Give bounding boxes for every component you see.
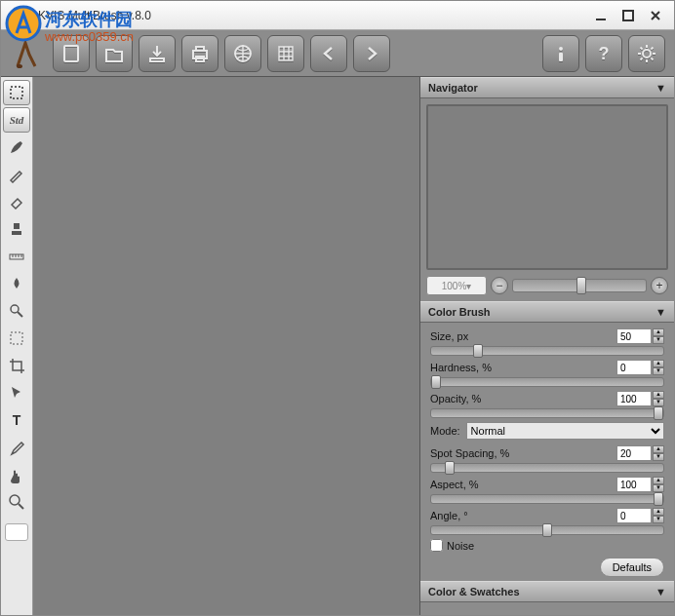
zoom-out-button[interactable]: − (491, 277, 508, 294)
tool-ruler[interactable] (3, 244, 30, 269)
color-swatch[interactable] (5, 523, 28, 541)
zoom-in-button[interactable]: + (651, 277, 668, 294)
tool-magnifier[interactable] (3, 489, 30, 515)
color-brush-title: Color Brush (428, 306, 491, 318)
tool-hand[interactable] (3, 462, 30, 487)
svg-rect-4 (596, 19, 606, 20)
svg-line-33 (19, 504, 23, 509)
minimize-button[interactable] (588, 7, 614, 24)
tool-text[interactable]: T (3, 407, 30, 433)
spin-up[interactable]: ▲ (653, 445, 664, 453)
aspect-slider[interactable] (430, 494, 664, 504)
spacing-label: Spot Spacing, % (430, 447, 509, 459)
hardness-label: Hardness, % (430, 362, 492, 373)
svg-point-12 (559, 47, 563, 51)
hardness-slider[interactable] (430, 377, 664, 387)
color-brush-header[interactable]: Color Brush ▼ (420, 301, 674, 323)
prev-button[interactable] (310, 35, 347, 72)
size-input[interactable] (616, 328, 652, 344)
save-button[interactable] (139, 35, 176, 72)
size-slider[interactable] (430, 346, 664, 356)
spin-up[interactable]: ▲ (653, 508, 664, 516)
grid-button[interactable] (267, 35, 304, 72)
tool-droplet[interactable] (3, 271, 30, 296)
svg-point-6 (17, 64, 22, 68)
panels-area: Navigator ▼ 100% ▾ − + Color Brush ▼ Siz… (420, 77, 674, 615)
spin-up[interactable]: ▲ (653, 391, 664, 399)
collapse-icon[interactable]: ▼ (655, 586, 666, 597)
app-icon (7, 7, 24, 24)
svg-point-28 (11, 305, 19, 313)
collapse-icon[interactable]: ▼ (655, 306, 666, 318)
svg-rect-13 (559, 53, 563, 61)
opacity-label: Opacity, % (430, 393, 481, 404)
tool-selection[interactable] (3, 80, 30, 105)
tool-brush[interactable] (3, 135, 30, 160)
svg-text:T: T (13, 412, 21, 428)
print-button[interactable] (181, 35, 218, 72)
titlebar: AKVIS MultiBrush v.8.0 (1, 1, 674, 30)
spin-down[interactable]: ▼ (653, 484, 664, 492)
tool-stamp[interactable] (3, 216, 30, 242)
maximize-button[interactable] (615, 7, 641, 24)
canvas-area[interactable] (33, 77, 420, 615)
svg-rect-7 (64, 46, 78, 61)
info-button[interactable] (542, 35, 579, 72)
swatches-title: Color & Swatches (428, 586, 520, 597)
tool-sidebar: Std T (1, 77, 33, 615)
close-button[interactable] (643, 7, 668, 24)
spin-up[interactable]: ▲ (653, 360, 664, 367)
angle-input[interactable] (616, 508, 652, 523)
tool-eyedropper[interactable] (3, 435, 30, 460)
angle-label: Angle, ° (430, 510, 468, 521)
noise-checkbox[interactable] (430, 539, 443, 552)
tool-eraser[interactable] (3, 189, 30, 214)
spacing-slider[interactable] (430, 463, 664, 473)
tool-crop[interactable] (3, 353, 30, 378)
tool-pointer[interactable] (3, 380, 30, 405)
app-logo-icon (10, 35, 47, 72)
spin-up[interactable]: ▲ (653, 328, 664, 336)
spin-down[interactable]: ▼ (653, 516, 664, 523)
web-button[interactable] (224, 35, 261, 72)
navigator-title: Navigator (428, 82, 478, 94)
spin-down[interactable]: ▼ (653, 399, 664, 406)
main-toolbar: ? (1, 30, 674, 77)
opacity-input[interactable] (616, 391, 652, 406)
spin-down[interactable]: ▼ (653, 336, 664, 344)
mode-label: Mode: (430, 425, 460, 437)
svg-line-22 (641, 58, 643, 59)
svg-line-23 (651, 47, 653, 49)
navigator-preview[interactable] (426, 104, 668, 270)
spacing-input[interactable] (616, 445, 652, 461)
zoom-value[interactable]: 100% ▾ (426, 276, 487, 295)
tool-std[interactable]: Std (3, 107, 30, 133)
spin-down[interactable]: ▼ (653, 453, 664, 461)
swatches-header[interactable]: Color & Swatches ▼ (420, 581, 674, 602)
defaults-button[interactable]: Defaults (600, 558, 664, 577)
svg-rect-5 (623, 11, 633, 20)
zoom-slider[interactable] (512, 279, 647, 292)
help-button[interactable]: ? (585, 35, 622, 72)
collapse-icon[interactable]: ▼ (655, 82, 666, 94)
navigator-header[interactable]: Navigator ▼ (420, 77, 674, 98)
opacity-slider[interactable] (430, 408, 664, 418)
angle-slider[interactable] (430, 525, 664, 535)
spin-up[interactable]: ▲ (653, 477, 664, 484)
tool-pencil[interactable] (3, 162, 30, 187)
spin-down[interactable]: ▼ (653, 367, 664, 375)
hardness-input[interactable] (616, 360, 652, 375)
svg-point-15 (643, 50, 651, 58)
svg-point-32 (10, 495, 20, 505)
tool-zoom[interactable] (3, 298, 30, 324)
svg-rect-26 (12, 231, 21, 235)
next-button[interactable] (353, 35, 390, 72)
settings-button[interactable] (628, 35, 665, 72)
aspect-input[interactable] (616, 477, 652, 492)
open-button[interactable] (96, 35, 133, 72)
svg-rect-24 (11, 87, 22, 98)
mode-select[interactable]: Normal (466, 422, 664, 440)
new-button[interactable] (53, 35, 90, 72)
tool-marquee[interactable] (3, 326, 30, 351)
svg-line-21 (651, 58, 653, 59)
